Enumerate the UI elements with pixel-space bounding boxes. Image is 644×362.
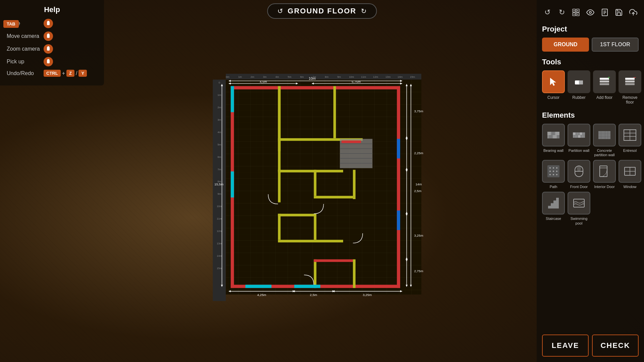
bearing-wall-element[interactable]: Bearing wall bbox=[542, 124, 565, 157]
svg-text:11m: 11m bbox=[361, 75, 366, 78]
cursor-tool[interactable]: Cursor bbox=[542, 70, 565, 105]
window-label: Window bbox=[623, 185, 636, 189]
rubber-icon-box bbox=[568, 70, 590, 93]
window-element[interactable]: Window bbox=[619, 160, 641, 189]
partition-wall-label: Partition wall bbox=[569, 148, 589, 153]
swimming-pool-element[interactable]: Swimming pool bbox=[568, 192, 590, 225]
staircase-icon bbox=[542, 192, 565, 215]
rubber-tool[interactable]: Rubber bbox=[568, 70, 590, 105]
svg-rect-197 bbox=[278, 214, 281, 240]
svg-rect-42 bbox=[580, 132, 582, 135]
svg-text:4m: 4m bbox=[217, 131, 221, 134]
remove-floor-label: Remove floor bbox=[619, 95, 641, 105]
partition-wall-element[interactable]: Partition wall bbox=[568, 124, 590, 157]
cursor-icon-box bbox=[542, 70, 565, 93]
svg-point-14 bbox=[574, 14, 575, 15]
document-icon[interactable] bbox=[599, 5, 610, 19]
interior-door-element[interactable]: Interior Door bbox=[593, 160, 616, 189]
upload-icon[interactable] bbox=[628, 5, 639, 19]
svg-text:0: 0 bbox=[219, 81, 220, 84]
svg-text:12m: 12m bbox=[373, 75, 378, 78]
svg-rect-210 bbox=[341, 140, 361, 143]
dice-icon[interactable] bbox=[571, 5, 582, 19]
svg-rect-33 bbox=[547, 132, 551, 135]
save-icon[interactable] bbox=[613, 5, 625, 19]
svg-text:3,25m: 3,25m bbox=[363, 293, 372, 297]
entresol-element[interactable]: Entresol bbox=[619, 124, 641, 157]
window-icon bbox=[619, 160, 641, 183]
add-floor-label: Add floor bbox=[596, 95, 612, 100]
ground-floor-button[interactable]: GROUND bbox=[542, 38, 589, 52]
svg-text:2,5m: 2,5m bbox=[310, 293, 317, 297]
svg-text:7m: 7m bbox=[217, 168, 221, 171]
svg-text:2m: 2m bbox=[217, 106, 221, 109]
entresol-label: Entresol bbox=[623, 148, 637, 153]
svg-rect-182 bbox=[231, 86, 234, 112]
bottom-buttons: LEAVE CHECK bbox=[542, 335, 639, 357]
svg-point-61 bbox=[553, 167, 554, 169]
svg-rect-198 bbox=[278, 240, 343, 242]
zoom-label: Zoom camera bbox=[7, 46, 40, 52]
path-label: Path bbox=[550, 185, 557, 189]
svg-rect-191 bbox=[278, 138, 281, 171]
move-camera-label: Move camera bbox=[7, 33, 40, 39]
concrete-partition-wall-element[interactable]: Concrete partition wall bbox=[593, 124, 616, 157]
add-floor-icon-box: + bbox=[593, 70, 616, 93]
cursor-label: Cursor bbox=[547, 95, 559, 100]
svg-text:5,75m: 5,75m bbox=[352, 80, 361, 83]
help-row-undo-redo: Undo/Redo CTRL + Z / Y bbox=[7, 70, 97, 77]
svg-text:6m: 6m bbox=[300, 75, 304, 78]
svg-text:8m: 8m bbox=[325, 75, 329, 78]
check-button[interactable]: CHECK bbox=[592, 335, 639, 357]
svg-point-64 bbox=[556, 167, 557, 169]
svg-rect-113 bbox=[226, 79, 421, 294]
top-toolbar: ↺ ↻ bbox=[542, 5, 639, 19]
right-panel: ↺ ↻ bbox=[537, 0, 644, 362]
interior-door-icon bbox=[593, 160, 616, 183]
svg-point-60 bbox=[549, 174, 551, 175]
project-section-title: Project bbox=[542, 25, 639, 34]
help-row-place: Place bbox=[7, 19, 97, 28]
blueprint-container: 10m 4,5m 5,75m 0m 1m 2m 3m 4m 5m 6m 7m 8… bbox=[210, 74, 431, 302]
svg-text:14m: 14m bbox=[397, 75, 402, 78]
path-icon bbox=[542, 160, 565, 183]
swimming-pool-icon bbox=[568, 192, 590, 215]
svg-rect-70 bbox=[600, 166, 607, 177]
eye-icon[interactable] bbox=[585, 5, 596, 19]
svg-text:13m: 13m bbox=[217, 242, 222, 245]
svg-rect-186 bbox=[397, 210, 400, 230]
svg-rect-195 bbox=[314, 196, 353, 198]
remove-floor-tool[interactable]: − Remove floor bbox=[619, 70, 641, 105]
redo-icon[interactable]: ↻ bbox=[556, 5, 568, 19]
undo-icon[interactable]: ↺ bbox=[542, 5, 553, 19]
svg-point-15 bbox=[578, 14, 578, 15]
path-element[interactable]: Path bbox=[542, 160, 565, 189]
entresol-icon bbox=[619, 124, 641, 146]
front-door-label: Front Door bbox=[570, 185, 588, 189]
svg-text:3,25m: 3,25m bbox=[414, 234, 423, 237]
first-floor-button[interactable]: 1ST FLOOR bbox=[592, 38, 639, 52]
svg-rect-28 bbox=[625, 83, 635, 85]
partition-wall-icon bbox=[568, 124, 590, 146]
tab-badge[interactable]: TAB bbox=[3, 20, 19, 28]
svg-text:15,5m: 15,5m bbox=[214, 182, 223, 186]
add-floor-tool[interactable]: + Add floor bbox=[593, 70, 616, 105]
svg-rect-202 bbox=[314, 259, 353, 262]
svg-rect-211 bbox=[246, 285, 272, 288]
front-door-element[interactable]: Front Door bbox=[568, 160, 590, 189]
undo-redo-keys: CTRL + Z / Y bbox=[44, 70, 87, 77]
svg-text:4,5m: 4,5m bbox=[260, 80, 267, 83]
svg-rect-69 bbox=[577, 166, 581, 171]
svg-point-12 bbox=[574, 10, 575, 11]
floor-plan-svg: 0m 1m 2m 3m 4m 5m 6m 7m 8m 9m 10m 11m 12… bbox=[210, 74, 431, 302]
svg-text:+: + bbox=[608, 76, 610, 80]
svg-point-62 bbox=[553, 171, 554, 172]
svg-rect-25 bbox=[600, 80, 609, 82]
place-key bbox=[44, 19, 53, 28]
leave-button[interactable]: LEAVE bbox=[542, 335, 589, 357]
svg-rect-199 bbox=[314, 214, 317, 240]
svg-rect-24 bbox=[600, 83, 609, 85]
elements-section-title: Elements bbox=[542, 111, 639, 120]
svg-text:14m: 14m bbox=[217, 254, 222, 257]
staircase-element[interactable]: Staircase bbox=[542, 192, 565, 225]
